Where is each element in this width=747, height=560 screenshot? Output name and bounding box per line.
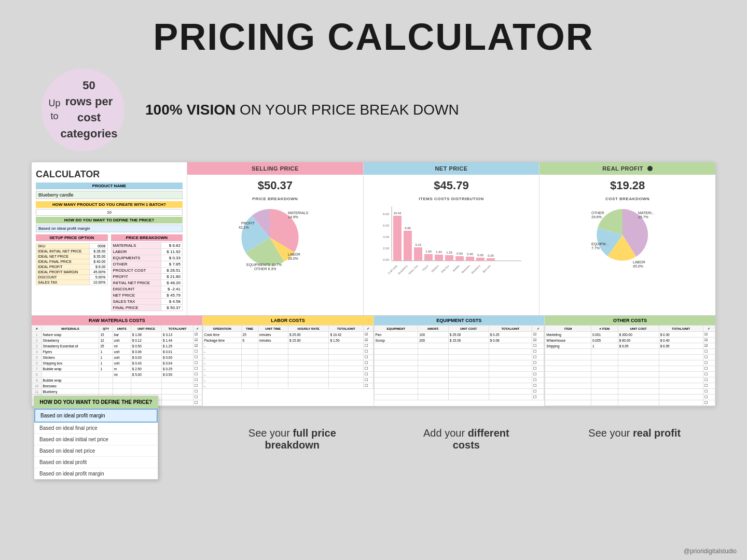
- svg-text:0.40: 0.40: [467, 253, 473, 256]
- breakdown-row: NET PRICE$ 45.79: [111, 292, 183, 299]
- svg-text:Strawberry: Strawberry: [397, 264, 408, 275]
- svg-rect-19: [435, 255, 443, 261]
- callout-price-breakdown: See your full price breakdown: [240, 427, 344, 451]
- svg-rect-20: [445, 255, 453, 261]
- setup-row: SALES TAX10.00%: [36, 280, 108, 285]
- svg-text:6.95: 6.95: [405, 227, 411, 230]
- other-costs-row-empty: ☐: [545, 389, 715, 395]
- calculator-panel: CALCULATOR PRODUCT NAME Blueberry candle…: [32, 162, 187, 315]
- svg-text:42.1%: 42.1%: [239, 226, 249, 229]
- svg-text:14.9%: 14.9%: [288, 215, 298, 219]
- selling-price-value: $50.37: [258, 175, 293, 197]
- batch-value[interactable]: 10: [36, 209, 183, 216]
- labor-row-empty: -☐: [203, 355, 373, 360]
- setup-row: IDEAL PROFIT MARGIN45.00%: [36, 270, 108, 275]
- breakdown-row: FINAL PRICE$ 50.37: [111, 305, 183, 311]
- dropdown-option[interactable]: Based on ideal net price: [34, 445, 158, 457]
- dropdown-popup[interactable]: HOW DO YOU WANT TO DEFINE THE PRICE? Bas…: [34, 396, 158, 480]
- other-costs-row-empty: ☐: [545, 349, 715, 355]
- breakdown-row: EQUIPMENTS$ 0.33: [111, 255, 183, 261]
- labor-costs-table: OPERATION TIME UNIT TIME HOURLY RATE TOT…: [203, 325, 374, 389]
- svg-text:OTHER 6.3%: OTHER 6.3%: [254, 267, 276, 271]
- labor-row-empty: -☐: [203, 366, 373, 372]
- setup-row: IDEAL NET PRICE$ 35.00: [36, 254, 108, 259]
- svg-text:4.00: 4.00: [383, 235, 389, 239]
- labor-costs-panel: LABOR COSTS OPERATION TIME UNIT TIME HOU…: [203, 316, 374, 406]
- raw-materials-row: 8ml$ 5.00$ 0.50☐: [32, 372, 202, 377]
- other-costs-row-empty: ☐: [545, 355, 715, 360]
- svg-text:0.25: 0.25: [488, 254, 494, 257]
- svg-text:Straw. Ess: Straw. Ess: [408, 264, 419, 275]
- svg-text:1.25: 1.25: [446, 251, 452, 254]
- labor-row-empty: -☐: [203, 383, 373, 389]
- raw-materials-row: 4Flyers1unit$ 0.06$ 0.01☐: [32, 349, 202, 355]
- dropdown-option[interactable]: Based on ideal profit margin: [34, 468, 158, 479]
- profit-value: $19.28: [610, 175, 645, 197]
- svg-text:Blue.ess: Blue.ess: [482, 264, 491, 273]
- other-costs-row-empty: ☐: [545, 372, 715, 377]
- svg-text:LABOR: LABOR: [633, 260, 645, 264]
- other-costs-row-empty: ☐: [545, 366, 715, 372]
- other-costs-header: OTHER COSTS: [545, 316, 715, 325]
- svg-text:3.13: 3.13: [415, 243, 421, 246]
- labor-costs-header: LABOR COSTS: [203, 316, 374, 325]
- svg-text:Craft soap: Craft soap: [387, 264, 398, 275]
- labor-row-empty: -☐: [203, 360, 373, 366]
- other-costs-row: Marketing0.001$ 300.00$ 0.30☑: [545, 332, 715, 338]
- svg-text:Bubble: Bubble: [452, 264, 460, 272]
- batch-label: HOW MANY PRODUCT DO YOU CREATE WITH 1 BA…: [36, 201, 183, 208]
- net-price-value: $45.79: [434, 175, 468, 197]
- price-breakdown-chart: PROFIT 42.1% MATERIALS 14.9% LABOR 26.0%…: [236, 204, 314, 271]
- svg-text:26.0%: 26.0%: [288, 257, 298, 260]
- top-section: CALCULATOR PRODUCT NAME Blueberry candle…: [32, 162, 715, 316]
- svg-text:Ship.box: Ship.box: [440, 264, 450, 273]
- dropdown-option[interactable]: Based on ideal final price: [34, 423, 158, 434]
- labor-row-empty: -☐: [203, 377, 373, 383]
- breakdown-row: INITIAL NET PRICE$ 48.20: [111, 280, 183, 286]
- breakdown-row: MATERIALS$ 6.82: [111, 243, 183, 249]
- raw-materials-panel: RAW MATERIALS COSTS # MATERIALS QTY UNIT…: [32, 316, 203, 406]
- how-define-dropdown[interactable]: Based on ideal profit margin: [36, 225, 183, 232]
- svg-rect-22: [466, 257, 474, 261]
- setup-row: IDEAL INITIAL NET PRICE$ 28.00: [36, 249, 108, 254]
- other-costs-row-empty: ☐: [545, 400, 715, 406]
- equipment-row: Scoop200$ 15.00$ 0.08☑: [374, 338, 544, 343]
- equipment-row-empty: ☐: [374, 343, 544, 349]
- product-name-value[interactable]: Blueberry candle: [36, 191, 183, 199]
- svg-text:MATERI...: MATERI...: [638, 211, 655, 215]
- svg-text:25.7%: 25.7%: [638, 215, 648, 219]
- raw-materials-row: 1Nature soap15bar$ 1.08$ 3.13☑: [32, 332, 202, 338]
- svg-rect-21: [455, 256, 464, 261]
- labor-row-empty: -☐: [203, 343, 373, 349]
- other-costs-row: Wharehouse0.005$ 80.00$ 0.40☑: [545, 338, 715, 343]
- setup-row: SKU0008: [36, 244, 108, 249]
- dropdown-option[interactable]: Based on ideal initial net price: [34, 434, 158, 445]
- svg-text:8.00: 8.00: [383, 213, 389, 216]
- labor-row-empty: -☐: [203, 372, 373, 377]
- net-price-header: NET PRICE: [364, 162, 540, 175]
- items-costs-title: ITEMS COSTS DISTRIBUTION: [419, 197, 483, 201]
- how-define-label: HOW DO YOU WANT TO DEFINE THE PRICE?: [36, 217, 183, 223]
- selling-price-header: SELLING PRICE: [187, 162, 363, 175]
- svg-text:2.00: 2.00: [383, 247, 389, 250]
- svg-text:OTHER: OTHER: [591, 211, 604, 215]
- svg-text:0.30: 0.30: [477, 254, 483, 257]
- svg-text:MATERIALS: MATERIALS: [288, 211, 308, 215]
- raw-materials-row: 10Beeswax☐: [32, 383, 202, 389]
- equipment-costs-header: EQUIPMENT COSTS: [374, 316, 545, 325]
- net-price-panel: NET PRICE $45.79 ITEMS COSTS DISTRIBUTIO…: [364, 162, 540, 315]
- setup-row: DISCOUNT5.00%: [36, 275, 108, 280]
- dropdown-option[interactable]: Based on ideal profit: [34, 457, 158, 468]
- svg-rect-23: [476, 258, 485, 261]
- equipment-costs-panel: EQUIPMENT COSTS EQUIPMENT AMORT. UNIT CO…: [374, 316, 545, 406]
- equipment-row-empty: ☐: [374, 383, 544, 389]
- svg-text:0.50: 0.50: [457, 252, 463, 255]
- cost-breakdown-chart: OTHER 29.6% MATERI... 25.7% EQUIPM... 7.…: [589, 204, 667, 271]
- equipment-row: Pan100$ 25.00$ 0.25☑: [374, 332, 544, 338]
- vision-text: 100% VISION ON YOUR PRICE BREAK DOWN: [145, 102, 459, 118]
- svg-text:6.00: 6.00: [383, 224, 389, 227]
- dropdown-selected-item[interactable]: Based on ideal profit margin: [34, 409, 158, 423]
- svg-text:45.0%: 45.0%: [633, 264, 643, 268]
- raw-materials-row: 6Shipping box1unit$ 0.43$ 0.04☐: [32, 360, 202, 366]
- svg-rect-18: [424, 254, 433, 261]
